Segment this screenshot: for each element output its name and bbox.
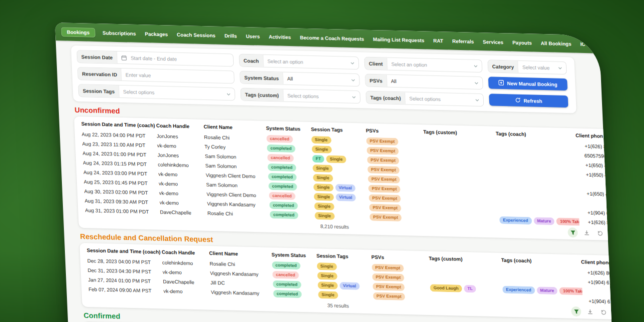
tab-all-bookings[interactable]: All Bookings — [539, 38, 573, 48]
tag-pill: Single — [317, 272, 337, 280]
tab-packages[interactable]: Packages — [143, 29, 170, 39]
session-date-filter[interactable]: Session Date Start date - End date — [76, 50, 234, 66]
cell-tags_coach — [498, 192, 578, 194]
column-header: Session Tags — [311, 124, 366, 136]
column-header: System Status — [266, 123, 311, 135]
cell-coach: vk-demo — [159, 181, 206, 188]
tag-pill: PSV Exempt — [373, 292, 405, 300]
cell-tags_custom — [424, 152, 497, 154]
tab-users[interactable]: Users — [244, 31, 262, 41]
tag-pill: Good Laugh — [430, 284, 462, 292]
cell-tags_coach — [502, 270, 582, 272]
filter-funnel-icon[interactable] — [568, 228, 578, 238]
column-header: Client phon — [575, 130, 610, 142]
tag-pill: PSV Exempt — [371, 264, 404, 272]
client-filter[interactable]: Client Select an option — [364, 57, 482, 73]
tab-ic-pro-metrics[interactable]: IC PRO Metrics — [579, 39, 617, 50]
cell-tags_coach — [502, 280, 582, 282]
field-label: PSVs — [365, 74, 387, 87]
column-header: Tags (coach) — [501, 255, 581, 268]
download-icon[interactable] — [582, 228, 592, 237]
cell-tags_coach — [496, 144, 576, 146]
cell-psvs: PSV Exempt — [367, 166, 425, 174]
cell-coach: vk-demo — [163, 288, 211, 295]
cell-tags_custom — [426, 190, 498, 192]
calendar-icon — [121, 55, 126, 60]
tab-drills[interactable]: Drills — [223, 30, 239, 40]
tag-pill: PSV Exempt — [372, 274, 404, 282]
tag-pill: completed — [269, 182, 297, 190]
reservation-id-filter[interactable]: Reservation ID Enter value — [77, 67, 235, 84]
tab-coach-sessions[interactable]: Coach Sessions — [175, 30, 217, 40]
tab-become-a-coach-requests[interactable]: Become a Coach Requests — [298, 32, 365, 44]
cell-phone — [582, 292, 616, 292]
cell-client: Rosalie Chi — [207, 210, 270, 218]
field-value: Select options — [405, 96, 476, 102]
cell-client: Sam Solomon — [205, 154, 267, 160]
psvs-filter[interactable]: PSVs All — [365, 74, 483, 90]
tab-rat[interactable]: RAT — [432, 36, 445, 46]
cell-coach: DaveChapelle — [163, 279, 210, 286]
cell-status: completed — [272, 262, 317, 270]
cell-tags_custom — [427, 218, 499, 220]
cell-status: completed — [267, 144, 312, 152]
tab-activities[interactable]: Activities — [267, 32, 293, 42]
session-tags-filter[interactable]: Session Tags Select options — [78, 84, 235, 100]
cell-session_tags: SingleVirtual — [314, 184, 369, 192]
cell-status: completed — [269, 202, 315, 210]
category-filter[interactable]: Category Select value — [487, 60, 567, 74]
tag-pill: Single — [312, 146, 331, 153]
tab-services[interactable]: Services — [481, 37, 505, 47]
cell-tags_custom — [424, 162, 497, 163]
cell-session_tags: Single — [312, 146, 367, 154]
restore-icon[interactable] — [599, 308, 609, 316]
tag-pill: 100% Take Rate — [556, 218, 579, 226]
field-label: Coach — [239, 54, 264, 67]
tab-payouts[interactable]: Payouts — [511, 38, 534, 48]
tab-bookings[interactable]: Bookings — [61, 27, 95, 38]
cell-date: Aug 23, 2023 11:00 AM PDT — [82, 141, 157, 148]
tag-pill: Single — [314, 184, 333, 191]
cell-date: Dec 28, 2023 04:00 PM PST — [87, 258, 162, 266]
restore-icon[interactable] — [596, 228, 605, 238]
tab-referrals[interactable]: Referrals — [450, 36, 475, 46]
field-label: Category — [488, 60, 518, 72]
cell-tags_coach — [499, 210, 579, 212]
tag-pill: Single — [326, 156, 346, 163]
tag-pill: Experienced — [502, 286, 535, 294]
cell-coach: JonJones — [157, 152, 205, 159]
tags-coach-filter[interactable]: Tags (coach) Select options — [365, 91, 484, 107]
tag-pill: completed — [273, 290, 302, 298]
field-label: Client — [364, 58, 387, 70]
cell-psvs: PSV Exempt — [369, 204, 427, 212]
coach-filter[interactable]: Coach Select an option — [239, 54, 359, 70]
system-status-filter[interactable]: System Status All — [240, 71, 360, 87]
column-header: Coach Handle — [161, 247, 209, 259]
cell-tags_coach — [503, 299, 583, 301]
cell-session_tags: SingleVirtual — [318, 282, 373, 290]
cell-status: completed — [268, 164, 313, 172]
cell-client: Rosalie Chi — [204, 134, 266, 142]
tag-pill: PSV Exempt — [366, 138, 398, 146]
new-manual-booking-button[interactable]: New Manual Booking — [488, 76, 568, 90]
cell-coach: DaveChapelle — [160, 210, 207, 216]
cell-session_tags: Single — [313, 174, 368, 182]
cell-status: cancelled — [266, 135, 312, 143]
field-label: Session Date — [77, 50, 117, 64]
cell-tags_custom — [425, 171, 497, 172]
tags-custom-filter[interactable]: Tags (custom) Select options — [240, 88, 360, 104]
cell-psvs: PSV Exempt — [366, 138, 424, 146]
tab-subscriptions[interactable]: Subscriptions — [101, 28, 138, 38]
tag-pill: PSV Exempt — [367, 166, 400, 174]
refresh-button[interactable]: Refresh — [489, 94, 568, 108]
tab-mailing-list-requests[interactable]: Mailing List Requests — [371, 34, 426, 45]
download-icon[interactable] — [586, 307, 595, 316]
tag-pill: cancelled — [266, 135, 293, 142]
field-value: Select an option — [387, 61, 474, 68]
cell-status: completed — [268, 173, 314, 181]
field-label: Tags (coach) — [366, 92, 405, 104]
tag-pill: completed — [270, 211, 298, 219]
filter-funnel-icon[interactable] — [571, 306, 582, 316]
cell-session_tags: FTSingle — [312, 155, 367, 164]
cell-client: Viggnesh Kandasamy — [210, 270, 272, 278]
